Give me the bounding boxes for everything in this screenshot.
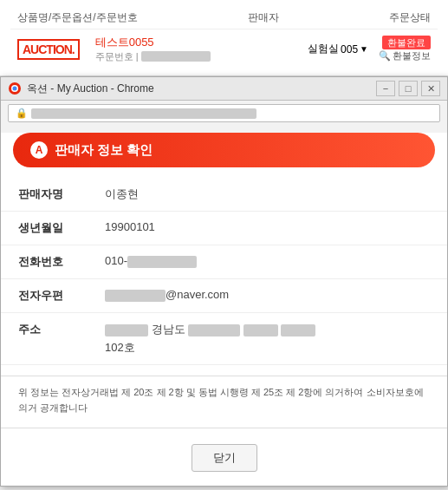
col-status: 주문상태	[389, 10, 431, 25]
modal-header-title: 판매자 정보 확인	[55, 142, 153, 159]
auction-logo: AUCTION.	[17, 39, 80, 60]
url-text	[31, 108, 256, 119]
product-name-text: 테스트	[95, 36, 129, 49]
field-value-dob: 19900101	[88, 212, 447, 245]
chrome-title-text: 옥션 - My Auction - Chrome	[27, 82, 154, 96]
field-label-address: 주소	[1, 313, 88, 365]
auction-logo-area: AUCTION.	[17, 42, 85, 56]
svg-point-2	[13, 87, 17, 91]
col-product: 상품명/주문옵션/주문번호	[17, 10, 138, 25]
modal-header-icon: A	[30, 141, 48, 159]
table-row: 생년월일 19900101	[1, 212, 447, 245]
table-row: AUCTION. 테스트0055 주문번호 | 실험실 005 ▼ 환불완료	[10, 29, 438, 69]
field-value-name: 이종현	[88, 178, 447, 212]
modal-body: A 판매자 정보 확인 판매자명 이종현 생년월일 19900101 전화번호	[1, 133, 447, 486]
chrome-controls: − □ ✕	[376, 81, 440, 96]
table-row: 판매자명 이종현	[1, 178, 447, 212]
col-seller: 판매자	[248, 10, 279, 25]
close-window-button[interactable]: ✕	[421, 81, 440, 96]
dropdown-arrow-icon: ▼	[360, 44, 368, 54]
status-col: 환불완료 🔍 환불정보	[379, 36, 431, 62]
status-link[interactable]: 🔍 환불정보	[379, 49, 431, 62]
field-value-phone: 010-	[88, 245, 447, 279]
product-info: 테스트0055 주문번호 |	[95, 35, 297, 63]
table-row: 주소 경남도 102호	[1, 313, 447, 365]
modal-header: A 판매자 정보 확인	[13, 133, 435, 167]
product-code: 0055	[129, 36, 154, 49]
seller-code: 005	[341, 43, 358, 56]
status-link-text: 환불정보	[393, 49, 431, 62]
minimize-button[interactable]: −	[376, 81, 395, 96]
table-row: 전화번호 010-	[1, 245, 447, 279]
seller-info-table: 판매자명 이종현 생년월일 19900101 전화번호 010-	[1, 178, 447, 365]
maximize-button[interactable]: □	[399, 81, 418, 96]
search-icon: 🔍	[379, 50, 391, 62]
chrome-title-left: 옥션 - My Auction - Chrome	[8, 82, 154, 96]
background-table: 상품명/주문옵션/주문번호 판매자 주문상태 AUCTION. 테스트0055 …	[0, 0, 448, 76]
chrome-window: 옥션 - My Auction - Chrome − □ ✕ 🔒 A 판매자 정…	[0, 76, 448, 487]
chrome-app-icon	[8, 82, 22, 95]
field-label-phone: 전화번호	[1, 245, 88, 279]
field-label-dob: 생년월일	[1, 212, 88, 245]
order-number: 주문번호 |	[95, 50, 297, 63]
table-row: 전자우편 @naver.com	[1, 279, 447, 313]
footer-note: 위 정보는 전자상거래법 제 20조 제 2항 및 동법 시행령 제 25조 제…	[1, 376, 447, 428]
status-badge: 환불완료	[382, 36, 431, 49]
product-name: 테스트0055	[95, 35, 297, 50]
close-button[interactable]: 닫기	[192, 444, 257, 472]
seller-name: 실험실	[308, 42, 339, 56]
field-value-email: @naver.com	[88, 279, 447, 313]
field-label-name: 판매자명	[1, 178, 88, 212]
lock-icon: 🔒	[16, 108, 28, 119]
field-value-address: 경남도 102호	[88, 313, 447, 365]
seller-col: 실험실 005 ▼	[308, 42, 368, 56]
field-label-email: 전자우편	[1, 279, 88, 313]
seller-dropdown[interactable]: 실험실 005 ▼	[308, 42, 368, 56]
close-button-area: 닫기	[1, 435, 447, 486]
table-header: 상품명/주문옵션/주문번호 판매자 주문상태	[10, 7, 438, 29]
address-bar[interactable]: 🔒	[8, 104, 440, 122]
chrome-titlebar: 옥션 - My Auction - Chrome − □ ✕	[1, 77, 447, 101]
